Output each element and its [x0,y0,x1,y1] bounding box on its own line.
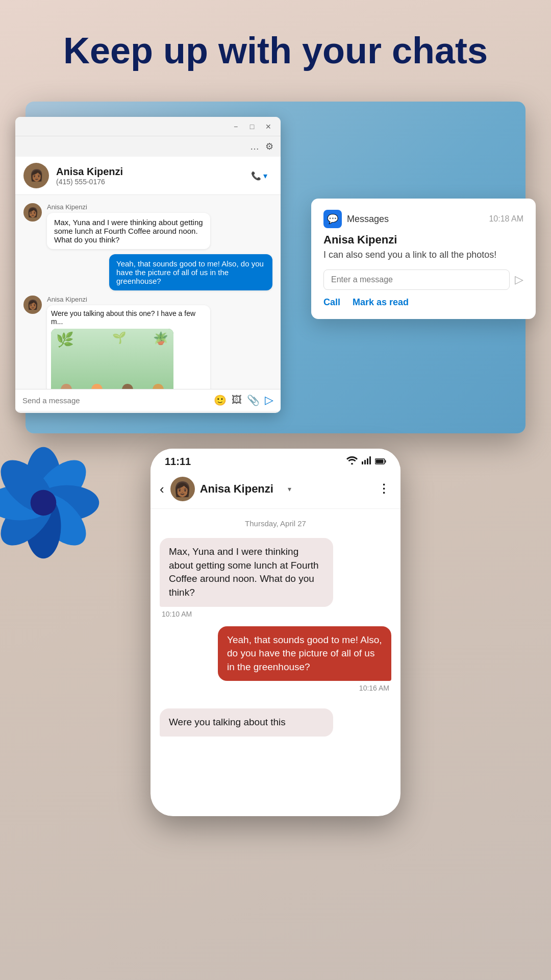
phone-contact-avatar: 👩🏾 [170,477,195,501]
minimize-button[interactable]: − [230,120,242,133]
phone-message-received-1: Max, Yuna and I were thinking about gett… [160,538,391,618]
svg-rect-10 [362,461,363,464]
phone-status-bar: 11:11 [151,449,400,472]
windows-messages-window: − □ ✕ … ⚙ 👩🏾 Anisa Kipenzi (415) 555-017… [15,117,281,413]
battery-icon [375,456,386,467]
person-4 [153,384,164,389]
messages-icon: 💬 [327,213,338,225]
notif-reply-input[interactable] [323,270,510,290]
contact-dropdown-arrow[interactable]: ▾ [288,485,291,493]
chat-message-sent-1: Yeah, that sounds good to me! Also, do y… [23,254,272,290]
more-options-button[interactable]: ︙ [378,481,391,497]
signal-icon [362,456,371,467]
notif-time: 10:18 AM [489,214,523,224]
image-icon[interactable]: 🖼 [232,394,242,406]
close-button[interactable]: ✕ [262,120,274,133]
contact-info: Anisa Kipenzi (415) 555-0176 [56,166,246,186]
call-dropdown[interactable]: ▾ [263,171,267,181]
emoji-icon[interactable]: 🙂 [214,394,227,406]
phone-time-2: 10:16 AM [359,684,391,692]
notif-actions: Call Mark as read [323,297,523,308]
contact-avatar: 👩🏾 [23,163,49,188]
wifi-icon [346,456,358,467]
back-button[interactable]: ‹ [160,481,164,497]
svg-rect-16 [385,460,386,463]
chat-bubble-sent-1: Yeah, that sounds good to me! Also, do y… [109,254,272,290]
greenhouse-photo: 🌿 🪴 🌱 [51,329,173,389]
svg-point-9 [351,463,353,464]
page-heading: Keep up with your chats [0,0,551,86]
notif-message: I can also send you a link to all the ph… [323,250,523,260]
person-1 [61,384,72,389]
sender-name-2: Anisa Kipenzi [47,296,272,303]
phone-message-sent-1: Yeah, that sounds good to me! Also, do y… [160,626,391,701]
sender-avatar-1: 👩🏾 [23,203,42,222]
status-icons [346,456,386,467]
window-titlebar: − □ ✕ [15,117,281,136]
laptop-area: − □ ✕ … ⚙ 👩🏾 Anisa Kipenzi (415) 555-017… [0,91,551,489]
phone-bubble-sent-1: Yeah, that sounds good to me! Also, do y… [218,626,391,681]
svg-rect-15 [376,460,384,463]
send-button-win[interactable]: ▷ [265,394,273,407]
notif-app-icon: 💬 [323,210,342,228]
call-action-button[interactable]: Call [323,297,340,308]
svg-rect-12 [367,458,368,464]
avatar-emoji: 👩🏾 [30,169,43,182]
bubble-container-2: Anisa Kipenzi Were you talking about thi… [47,296,272,389]
maximize-button[interactable]: □ [246,120,258,133]
message-input-area: 🙂 🖼 📎 ▷ [15,389,281,411]
notif-input-row: ▷ [323,270,523,290]
notif-send-button[interactable]: ▷ [515,273,523,286]
phone-mockup: 11:11 ‹ [151,449,400,816]
chat-message-received-2: 👩🏾 Anisa Kipenzi Were you talking about … [23,296,272,389]
phone-bubble-received-1: Max, Yuna and I were thinking about gett… [160,538,333,606]
svg-rect-11 [364,460,366,464]
greenhouse-scene: 🌿 🪴 🌱 [51,329,173,389]
chat-bubble-1: Max, Yuna and I were thinking about gett… [47,213,210,249]
sender-avatar-2: 👩🏾 [23,296,42,314]
input-toolbar: 🙂 🖼 📎 [214,394,260,406]
phone-chat-header: ‹ 👩🏾 Anisa Kipenzi ▾ ︙ [151,472,400,509]
phone-message-received-2: Were you talking about this [160,708,391,737]
person-3 [122,384,133,389]
mark-read-action-button[interactable]: Mark as read [353,297,409,308]
svg-point-8 [31,490,57,516]
phone-avatar-emoji: 👩🏾 [173,481,191,498]
person-2 [91,384,103,389]
notif-app-name: Messages [347,214,389,225]
chat-area: 👩🏾 Anisa Kipenzi Max, Yuna and I were th… [15,195,281,389]
svg-rect-13 [369,456,371,464]
notif-app-info: 💬 Messages [323,210,389,228]
call-button[interactable]: 📞 ▾ [246,168,272,184]
contact-phone: (415) 555-0176 [56,178,246,186]
contact-name: Anisa Kipenzi [56,166,246,178]
phone-chat-body: Thursday, April 27 Max, Yuna and I were … [151,509,400,764]
settings-icon[interactable]: ⚙ [265,141,273,152]
notification-popup: 💬 Messages 10:18 AM Anisa Kipenzi I can … [311,199,536,319]
chat-bubble-2: Were you talking about this one? I have … [47,305,210,389]
bubble-container-1: Anisa Kipenzi Max, Yuna and I were think… [47,203,272,249]
sender-name-1: Anisa Kipenzi [47,203,272,211]
phone-contact-name: Anisa Kipenzi [200,482,286,496]
phone-time: 11:11 [165,456,191,468]
attach-icon[interactable]: 📎 [247,394,260,406]
message-input[interactable] [22,396,209,405]
window-toolbar: … ⚙ [15,136,281,157]
notif-header: 💬 Messages 10:18 AM [323,210,523,228]
phone-bubble-received-2: Were you talking about this [160,708,333,737]
contact-header: 👩🏾 Anisa Kipenzi (415) 555-0176 📞 ▾ [15,157,281,195]
date-separator: Thursday, April 27 [160,519,391,528]
more-options-icon[interactable]: … [250,141,259,152]
notif-contact-name: Anisa Kipenzi [323,233,523,247]
phone-icon: 📞 [251,171,261,181]
phone-time-1: 10:10 AM [160,610,391,618]
chat-message-received-1: 👩🏾 Anisa Kipenzi Max, Yuna and I were th… [23,203,272,249]
blue-flower-decoration [0,444,102,561]
